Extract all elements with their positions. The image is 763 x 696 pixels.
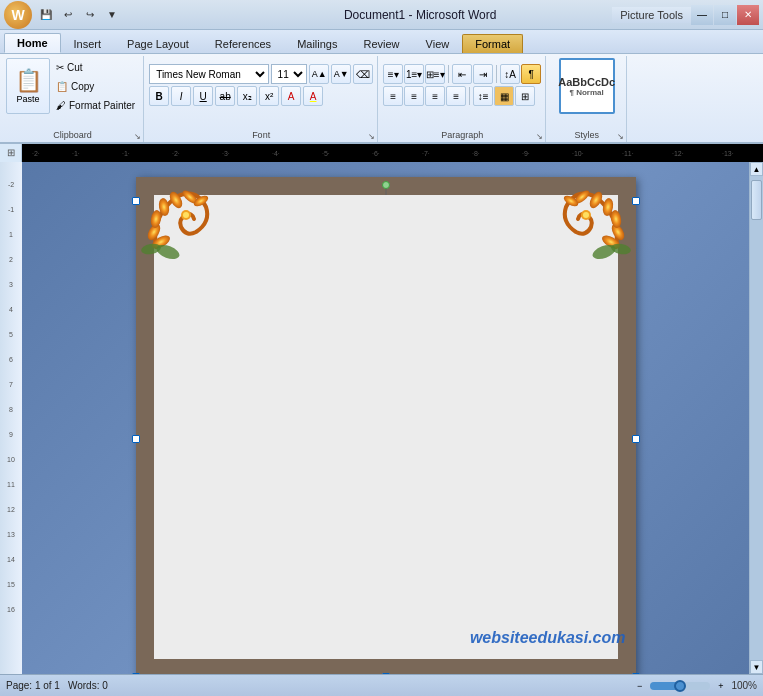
bullets-button[interactable]: ≡▾ [383,64,403,84]
zoom-out-button[interactable]: − [637,681,642,691]
resize-handle-br[interactable] [632,673,640,674]
maximize-button[interactable]: □ [714,5,736,25]
align-left-button[interactable]: ≡ [383,86,403,106]
tab-format[interactable]: Format [462,34,523,53]
svg-point-43 [183,212,189,218]
zoom-slider[interactable] [650,682,710,690]
decrease-font-size-button[interactable]: A▼ [331,64,351,84]
corner-decoration-tl [136,177,226,267]
tab-home[interactable]: Home [4,33,61,53]
numbering-button[interactable]: 1≡▾ [404,64,424,84]
font-size-select[interactable]: 11 [271,64,307,84]
redo-button[interactable]: ↪ [80,5,100,25]
svg-text:·4·: ·4· [272,150,280,157]
superscript-button[interactable]: x² [259,86,279,106]
resize-handle-mr[interactable] [632,435,640,443]
borders-button[interactable]: ⊞ [515,86,535,106]
resize-handle-bl[interactable] [132,673,140,674]
svg-text:-2: -2 [7,181,13,188]
format-painter-button[interactable]: 🖌 Format Painter [52,96,139,114]
page-status: Page: 1 of 1 [6,680,60,691]
tab-references[interactable]: References [202,34,284,53]
svg-text:1: 1 [9,231,13,238]
subscript-button[interactable]: x₂ [237,86,257,106]
decrease-indent-button[interactable]: ⇤ [452,64,472,84]
close-button[interactable]: ✕ [737,5,759,25]
svg-text:·6·: ·6· [372,150,380,157]
font-color-button[interactable]: A [303,86,323,106]
font-expand-button[interactable]: ↘ [365,130,377,142]
quick-access-toolbar: 💾 ↩ ↪ ▼ [36,5,228,25]
scroll-up-button[interactable]: ▲ [750,162,763,176]
increase-indent-button[interactable]: ⇥ [473,64,493,84]
font-name-select[interactable]: Times New Roman [149,64,269,84]
zoom-thumb[interactable] [674,680,686,692]
cut-button[interactable]: ✂ Cut [52,58,139,76]
svg-text:4: 4 [9,306,13,313]
zoom-in-button[interactable]: + [718,681,723,691]
svg-text:13: 13 [7,531,15,538]
paste-button[interactable]: 📋 Paste [6,58,50,114]
clear-formatting-button[interactable]: ⌫ [353,64,373,84]
paragraph-expand-button[interactable]: ↘ [533,130,545,142]
svg-text:·2·: ·2· [32,150,40,157]
copy-button[interactable]: 📋 Copy [52,77,139,95]
tab-mailings[interactable]: Mailings [284,34,350,53]
underline-button[interactable]: U [193,86,213,106]
window-title: Document1 - Microsoft Word [228,8,612,22]
shading-button[interactable]: ▦ [494,86,514,106]
text-effects-button[interactable]: A [281,86,301,106]
align-center-button[interactable]: ≡ [404,86,424,106]
undo-button[interactable]: ↩ [58,5,78,25]
scroll-track[interactable] [750,176,763,660]
vruler-svg: -2 -1 1 2 3 4 5 6 7 8 9 10 11 12 13 14 1… [0,162,22,674]
svg-text:12: 12 [7,506,15,513]
minimize-button[interactable]: — [691,5,713,25]
resize-handle-bm[interactable] [382,673,390,674]
ruler-corner[interactable]: ⊞ [0,144,22,162]
tab-review[interactable]: Review [350,34,412,53]
style-preview-text: AaBbCcDc [558,76,615,88]
sort-button[interactable]: ↕A [500,64,520,84]
tab-page-layout[interactable]: Page Layout [114,34,202,53]
increase-font-size-button[interactable]: A▲ [309,64,329,84]
styles-group: AaBbCcDc ¶ Normal Styles ↘ [547,56,627,142]
customize-qat-button[interactable]: ▼ [102,5,122,25]
italic-button[interactable]: I [171,86,191,106]
paragraph-group: ≡▾ 1≡▾ ⊞≡▾ ⇤ ⇥ ↕A ¶ ≡ ≡ ≡ ≡ ↕≡ ▦ ⊞ Para [379,56,546,142]
bold-button[interactable]: B [149,86,169,106]
document-scroll-area[interactable]: websiteedukasi.com [22,162,749,674]
svg-text:9: 9 [9,431,13,438]
svg-text:7: 7 [9,381,13,388]
svg-text:10: 10 [7,456,15,463]
paste-icon: 📋 [15,68,42,94]
resize-handle-ml[interactable] [132,435,140,443]
show-formatting-button[interactable]: ¶ [521,64,541,84]
scroll-down-button[interactable]: ▼ [750,660,763,674]
svg-text:8: 8 [9,406,13,413]
vertical-scrollbar[interactable]: ▲ ▼ [749,162,763,674]
multilevel-list-button[interactable]: ⊞≡▾ [425,64,445,84]
line-spacing-button[interactable]: ↕≡ [473,86,493,106]
styles-expand-button[interactable]: ↘ [614,130,626,142]
align-right-button[interactable]: ≡ [425,86,445,106]
strikethrough-button[interactable]: ab [215,86,235,106]
window-controls: — □ ✕ [691,5,759,25]
office-button[interactable]: W [4,1,32,29]
svg-rect-16 [0,162,22,674]
clipboard-expand-button[interactable]: ↘ [131,130,143,142]
svg-text:·13·: ·13· [722,150,734,157]
ruler-svg: ·2· ·1· ·1· ·2· ·3· ·4· ·5· ·6· ·7· ·8· … [22,144,763,162]
save-button[interactable]: 💾 [36,5,56,25]
zoom-level: 100% [731,680,757,691]
justify-button[interactable]: ≡ [446,86,466,106]
rotate-handle[interactable] [382,181,390,189]
scroll-thumb[interactable] [751,180,762,220]
horizontal-ruler: ·2· ·1· ·1· ·2· ·3· ·4· ·5· ·6· ·7· ·8· … [22,144,763,162]
svg-text:5: 5 [9,331,13,338]
svg-rect-0 [22,144,763,162]
tab-view[interactable]: View [413,34,463,53]
normal-style-item[interactable]: AaBbCcDc ¶ Normal [559,58,615,114]
selection-container [136,201,636,674]
tab-insert[interactable]: Insert [61,34,115,53]
